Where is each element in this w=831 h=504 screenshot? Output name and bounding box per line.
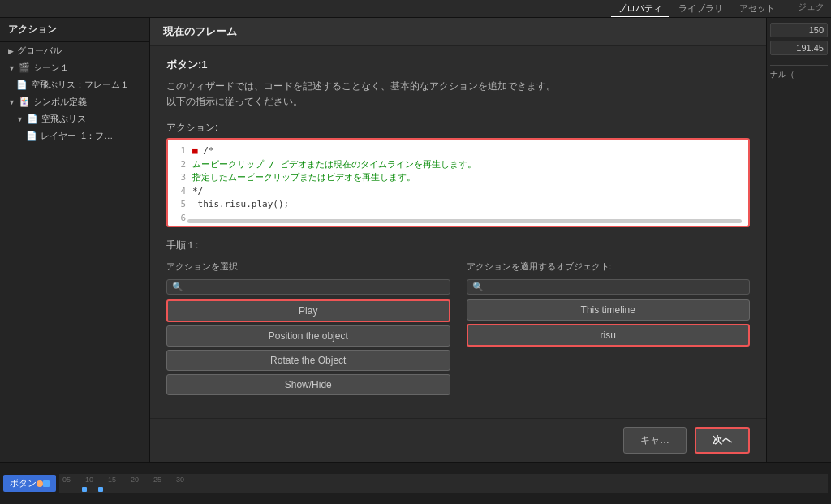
tree-label: 空飛ぶリス [41, 113, 86, 125]
left-panel: アクション ▶ グローバル ▼ 🎬 シーン１ 📄 空飛ぶリス：フレーム１ ▼ 🃏… [0, 18, 150, 462]
tick-num: 10 [85, 476, 93, 484]
code-text: ムービークリップ / ビデオまたは現在のタイムラインを再生します。 [192, 158, 476, 172]
tab-properties[interactable]: プロパティ [611, 1, 669, 17]
action-list: Play Position the object Rotate the Obje… [166, 299, 450, 395]
right-value-1: 150 [770, 23, 828, 37]
tree-label: 空飛ぶリス：フレーム１ [31, 79, 129, 91]
action-play-btn[interactable]: Play [166, 299, 450, 322]
bottom-timeline: ボタン 05 10 15 20 25 30 [0, 462, 831, 504]
code-line-4: 4 */ [174, 185, 742, 199]
arrow-icon: ▼ [8, 98, 15, 106]
timeline-label: ボタン [3, 475, 56, 492]
tab-assets[interactable]: アセット [733, 1, 781, 17]
top-bar-tabs: プロパティ ライブラリ アセット ジェク [611, 1, 825, 17]
object-col-label: アクションを適用するオブジェクト: [467, 261, 751, 273]
object-this-timeline-btn[interactable]: This timeline [467, 299, 751, 321]
tick-num: 05 [62, 476, 71, 484]
tick-num: 20 [131, 476, 139, 484]
code-line-5: 5 _this.risu.play(); [174, 198, 742, 212]
action-col-label: アクションを選択: [166, 261, 450, 273]
code-line-3: 3 指定したムービークリップまたはビデオを再生します。 [174, 171, 742, 185]
action-showhide-btn[interactable]: Show/Hide [166, 374, 450, 395]
right-panel: 150 191.45 ナル（ [766, 18, 831, 462]
tree-label: レイヤー_1：フ… [41, 130, 113, 142]
dialog-description: このウィザードでは、コードを記述することなく、基本的なアクションを追加できます。… [166, 79, 750, 110]
tree-item-global[interactable]: ▶ グローバル [0, 42, 149, 59]
tab-library[interactable]: ライブラリ [672, 1, 730, 17]
search-icon: 🔍 [172, 282, 183, 292]
code-text: _this.risu.play(); [192, 198, 289, 212]
tree-item-layer[interactable]: 📄 レイヤー_1：フ… [0, 127, 149, 144]
main-layout: アクション ▶ グローバル ▼ 🎬 シーン１ 📄 空飛ぶリス：フレーム１ ▼ 🃏… [0, 18, 831, 462]
object-search-input[interactable] [487, 282, 745, 292]
dialog-content: ボタン:1 このウィザードでは、コードを記述することなく、基本的なアクションを追… [150, 46, 766, 418]
tree-item-symbol-def[interactable]: ▼ 🃏 シンボル定義 [0, 93, 149, 110]
blue-square-icon [43, 480, 50, 487]
code-text: ■ /* [192, 144, 214, 158]
code-section-label: アクション: [166, 121, 750, 135]
two-col-layout: アクションを選択: 🔍 Play Position the object Rot… [166, 261, 750, 395]
next-button[interactable]: 次へ [695, 427, 750, 454]
code-line-1: 1 ■ /* [174, 144, 742, 158]
right-section-label: ナル（ [770, 65, 828, 80]
timeline-marker-2 [98, 487, 103, 492]
object-col: アクションを適用するオブジェクト: 🔍 This timeline risu [467, 261, 751, 395]
action-col: アクションを選択: 🔍 Play Position the object Rot… [166, 261, 450, 395]
line-num: 3 [174, 171, 186, 185]
code-text: 指定したムービークリップまたはビデオを再生します。 [192, 171, 416, 185]
layer-icon: 📄 [26, 131, 37, 141]
line-num: 2 [174, 158, 186, 172]
dialog-header: 現在のフレーム [150, 18, 766, 46]
line-num: 1 [174, 144, 186, 158]
tick-num: 15 [108, 476, 116, 484]
timeline-marker-1 [82, 487, 87, 492]
center-panel: 現在のフレーム ボタン:1 このウィザードでは、コードを記述することなく、基本的… [150, 18, 766, 462]
object-risu-btn[interactable]: risu [467, 324, 751, 347]
right-value-2: 191.45 [770, 41, 828, 55]
left-panel-title: アクション [0, 18, 149, 42]
tick-num: 25 [153, 476, 161, 484]
tree-label: グローバル [17, 45, 62, 57]
code-line-2: 2 ムービークリップ / ビデオまたは現在のタイムラインを再生します。 [174, 158, 742, 172]
line-num: 5 [174, 198, 186, 212]
object-list: This timeline risu [467, 299, 751, 347]
dialog-footer: キャ… 次へ [150, 418, 766, 462]
arrow-icon: ▼ [16, 115, 24, 123]
tree-label: シーン１ [33, 62, 69, 74]
arrow-icon: ▼ [8, 64, 15, 72]
code-text: */ [192, 185, 203, 199]
code-box[interactable]: 1 ■ /* 2 ムービークリップ / ビデオまたは現在のタイムラインを再生しま… [166, 138, 750, 227]
line-num: 4 [174, 185, 186, 199]
symbol-icon: 🃏 [19, 97, 30, 107]
tree-item-tobu[interactable]: ▼ 📄 空飛ぶリス [0, 110, 149, 127]
film-icon: 🎬 [19, 62, 30, 73]
tree-label: シンボル定義 [33, 96, 87, 108]
timeline-name: ボタン [10, 477, 37, 489]
step-label: 手順１: [166, 239, 750, 252]
tree-item-scene1[interactable]: ▼ 🎬 シーン１ [0, 59, 149, 76]
cancel-button[interactable]: キャ… [623, 427, 687, 454]
action-search-input[interactable] [187, 282, 445, 292]
action-search-wrap[interactable]: 🔍 [166, 279, 450, 295]
search-icon: 🔍 [472, 282, 484, 292]
line-num: 6 [174, 212, 186, 226]
desc-line1: このウィザードでは、コードを記述することなく、基本的なアクションを追加できます。 [166, 79, 750, 94]
tick-num: 30 [176, 476, 184, 484]
orange-dot-icon [37, 480, 43, 487]
object-search-wrap[interactable]: 🔍 [467, 279, 751, 295]
desc-line2: 以下の指示に従ってください。 [166, 94, 750, 110]
doc-icon: 📄 [27, 114, 38, 124]
dialog-subtitle: ボタン:1 [166, 58, 750, 72]
arrow-icon: ▶ [8, 47, 14, 55]
top-bar: プロパティ ライブラリ アセット ジェク [0, 0, 831, 18]
tree-item-frame[interactable]: 📄 空飛ぶリス：フレーム１ [0, 76, 149, 93]
action-position-btn[interactable]: Position the object [166, 325, 450, 347]
action-rotate-btn[interactable]: Rotate the Object [166, 350, 450, 371]
code-scrollbar[interactable] [187, 219, 742, 223]
right-panel-label: ジェク [798, 1, 825, 17]
timeline-track[interactable]: 05 10 15 20 25 30 [59, 474, 828, 493]
doc-icon: 📄 [16, 80, 28, 90]
